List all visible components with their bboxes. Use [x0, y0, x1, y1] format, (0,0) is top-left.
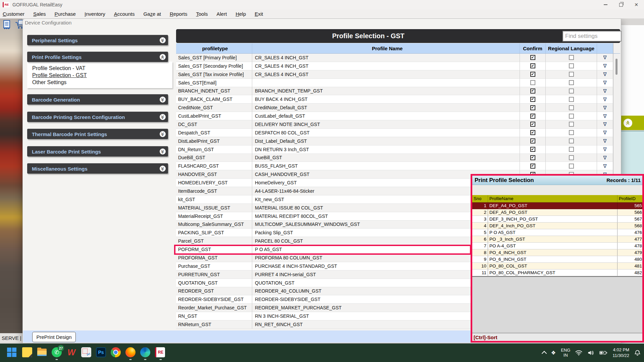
popup-row[interactable]: 2DEF_A5_PO_GST566 [472, 209, 642, 216]
sidebar-section-barcode-generation[interactable]: Barcode Generation≫ [27, 94, 168, 105]
profile-name-cell[interactable]: CustLabel_default_GST [252, 112, 520, 120]
confirm-checkbox[interactable]: ✔ [530, 55, 535, 60]
profiletype-cell[interactable]: RN_GST [176, 312, 252, 320]
popup-column-sno[interactable]: Sno [472, 195, 488, 202]
regional-language-checkbox[interactable] [569, 114, 574, 119]
scrollbar-thumb[interactable] [615, 59, 618, 75]
menu-item-purchase[interactable]: Purchase [55, 11, 76, 17]
filter-dropdown-icon[interactable]: ∇ [603, 114, 606, 119]
table-row[interactable]: BRANCH_INDENT_GSTBRANCH_INDENT_TEMP_GST✔… [176, 87, 620, 96]
filter-dropdown-icon[interactable]: ∇ [603, 88, 606, 94]
regional-language-checkbox[interactable] [569, 105, 574, 110]
file-explorer-icon[interactable] [37, 347, 47, 357]
table-row[interactable]: DC_GSTDELIVERY NOTE 3INCH_GST✔∇ [176, 120, 620, 129]
profile-name-cell[interactable]: DueBill_GST [252, 154, 520, 162]
battery-charging-icon[interactable] [599, 350, 607, 355]
confirm-checkbox[interactable]: ✔ [530, 105, 535, 110]
profiletype-cell[interactable]: Sales_GST [Tax invoice Profile] [176, 70, 252, 79]
sidebar-section-laser-barcode-print-settings[interactable]: Laser Barcode Print Settings≫ [27, 146, 168, 157]
popup-row[interactable]: 4DEF_4_Inch_PO_GST568 [472, 223, 642, 229]
popup-row-selected[interactable]: 1DEF_A4_PO_GST565 [472, 202, 642, 209]
table-row[interactable]: Sales_GST [Secondary Profile]CR_SALES 4 … [176, 62, 620, 70]
filter-dropdown-icon[interactable]: ∇ [603, 105, 606, 110]
profiletype-cell[interactable]: Sales_GST [Primary Profile] [176, 54, 252, 62]
profiletype-cell[interactable]: DC_GST [176, 120, 252, 129]
confirm-checkbox[interactable]: ✔ [530, 130, 535, 135]
profiletype-cell[interactable]: Parcel_GST [176, 237, 252, 245]
start-button-icon[interactable] [7, 347, 17, 358]
filter-dropdown-icon[interactable]: ∇ [603, 147, 606, 152]
menu-item-sales[interactable]: Sales [33, 11, 46, 17]
whatsapp-icon[interactable]: ✆ 27 [52, 347, 62, 357]
profile-name-cell[interactable]: DN RETURN 3 Inch_GST [252, 145, 520, 154]
wifi-icon[interactable] [575, 350, 582, 356]
regional-language-checkbox[interactable] [569, 130, 574, 135]
snipping-tool-icon[interactable]: ✂ [81, 347, 91, 357]
sidebar-section-thermal-barcode-print-settings[interactable]: Thermal Barcode Print Settings≫ [27, 129, 168, 139]
confirm-checkbox[interactable]: ✔ [530, 138, 535, 143]
sidebar-section-barcode-printing-screen-configuration[interactable]: Barcode Printing Screen Configuration≫ [27, 112, 168, 122]
filter-dropdown-icon[interactable]: ∇ [603, 122, 606, 127]
profiletype-cell[interactable]: ItemBarcode_GST [176, 187, 252, 195]
confirm-checkbox[interactable]: ✔ [530, 155, 535, 160]
profiletype-cell[interactable]: PURRETURN_GST [176, 270, 252, 279]
find-settings-input[interactable] [562, 31, 622, 42]
profiletype-cell[interactable]: DistLabelPrint_GST [176, 137, 252, 145]
profile-name-cell[interactable]: BUSS_FLASH_GST [252, 162, 520, 170]
confirm-checkbox[interactable]: ✔ [530, 72, 535, 77]
filter-dropdown-icon[interactable]: ∇ [603, 80, 606, 85]
table-row[interactable]: CustLabelPrint_GSTCustLabel_default_GST✔… [176, 112, 620, 120]
profiletype-cell[interactable]: BUY_BACK_CLAIM_GST [176, 95, 252, 104]
profiletype-cell[interactable]: POFORM_GST [176, 245, 252, 254]
menu-item-gaze-at[interactable]: Gaze at [143, 11, 161, 17]
collapse-bar[interactable]: ≫ [621, 116, 644, 130]
profiletype-cell[interactable]: Reorder_Market_Purchase_GST [176, 304, 252, 312]
sidebar-section-miscellaneous-settings[interactable]: Miscellaneous Settings≫ [27, 163, 168, 174]
confirm-checkbox[interactable]: ✔ [530, 97, 535, 102]
profiletype-cell[interactable]: PROFORMA_GST [176, 254, 252, 262]
profiletype-cell[interactable]: FLASHCARD_GST [176, 162, 252, 170]
regional-language-checkbox[interactable] [569, 55, 574, 60]
regional-language-checkbox[interactable] [569, 97, 574, 102]
profiletype-cell[interactable]: Despatch_GST [176, 129, 252, 137]
filter-dropdown-icon[interactable]: ∇ [603, 155, 606, 160]
table-row[interactable]: FLASHCARD_GSTBUSS_FLASH_GST✔∇ [176, 162, 620, 170]
profiletype-cell[interactable]: HANDOVER_GST [176, 170, 252, 179]
sidebar-link-profile-selection-gst[interactable]: Profile Selection - GST [32, 72, 172, 79]
profile-name-cell[interactable]: BRANCH_INDENT_TEMP_GST [252, 87, 520, 96]
profiletype-cell[interactable]: Sales_GST[Email] [176, 79, 252, 87]
filter-dropdown-icon[interactable]: ∇ [603, 55, 606, 60]
table-row[interactable]: BUY_BACK_CLAIM_GSTBUY BACK 4 INCH_GST✔∇ [176, 95, 620, 104]
regional-language-checkbox[interactable] [569, 164, 574, 169]
profiletype-cell[interactable]: kit_GST [176, 195, 252, 204]
photoshop-icon[interactable]: Ps [96, 347, 106, 357]
table-row[interactable]: Sales_GST [Primary Profile]CR_SALES 4 IN… [176, 54, 620, 62]
volume-icon[interactable] [587, 350, 594, 356]
profiletype-cell[interactable]: DN_Return_GST [176, 145, 252, 154]
profiletype-cell[interactable]: QUOTATION_GST [176, 279, 252, 287]
column-header-profiletype[interactable]: profiletype [176, 43, 252, 53]
tray-overflow-chevron-icon[interactable] [542, 351, 547, 356]
table-row[interactable]: Despatch_GSTDESPATCH 80 COL_GST✔∇ [176, 129, 620, 137]
menu-item-help[interactable]: Help [235, 11, 246, 17]
profiletype-cell[interactable]: Purchase_GST [176, 262, 252, 270]
dropbox-icon[interactable]: ❖ [551, 350, 556, 356]
popup-row[interactable]: 3DEF_3_INCH_PO_GST567 [472, 216, 642, 223]
confirm-checkbox[interactable]: ✔ [530, 147, 535, 152]
table-row[interactable]: DueBill_GSTDueBill_GST✔∇ [176, 154, 620, 162]
profiletype-cell[interactable]: Multicomp_SaleSummary_GST [176, 221, 252, 229]
profiletype-cell[interactable]: Sales_GST [Secondary Profile] [176, 62, 252, 70]
filter-dropdown-icon[interactable]: ∇ [603, 130, 606, 135]
profile-name-cell[interactable]: DESPATCH 80 COL_GST [252, 129, 520, 137]
sidebar-section-print-profile-settings[interactable]: Print Profile Settings≫ [27, 52, 168, 62]
profile-name-cell[interactable]: CR_SALES 4 INCH_GST [252, 70, 520, 79]
filter-dropdown-icon[interactable]: ∇ [603, 164, 606, 169]
table-row[interactable]: Sales_GST [Tax invoice Profile]CR_SALES … [176, 70, 620, 79]
column-header-regional-language[interactable]: Regional Language [546, 43, 597, 53]
popup-row[interactable]: 5P O A5_GST476 [472, 229, 642, 236]
profiletype-cell[interactable]: RNReturn_GST [176, 320, 252, 329]
profile-name-cell[interactable]: CR_SALES 4 INCH_GST [252, 54, 520, 62]
filter-dropdown-icon[interactable]: ∇ [603, 138, 606, 143]
popup-column-profilename[interactable]: ProfileName [488, 195, 618, 202]
menu-item-exit[interactable]: Exit [255, 11, 263, 17]
